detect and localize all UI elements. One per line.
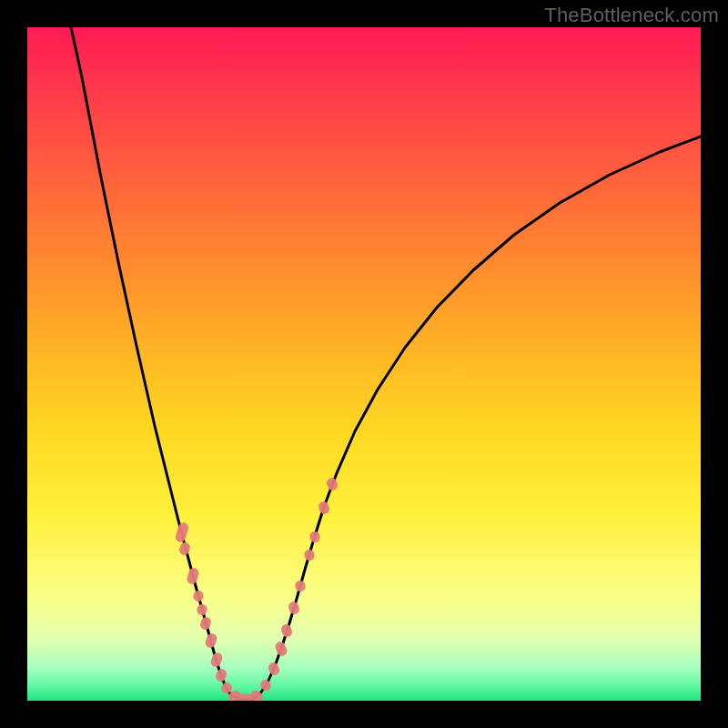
data-marker [274, 641, 288, 658]
bottleneck-curve [71, 27, 701, 700]
data-marker [196, 603, 208, 617]
plot-area [27, 27, 701, 701]
data-marker [279, 623, 293, 639]
data-marker [214, 667, 228, 682]
data-marker [186, 567, 200, 585]
data-marker [317, 500, 330, 516]
curve-right [246, 136, 701, 700]
data-marker [178, 541, 192, 557]
data-marker [199, 616, 213, 632]
watermark-text: TheBottleneck.com [544, 4, 719, 27]
data-marker [288, 601, 301, 616]
data-marker [204, 632, 218, 650]
chart-frame [27, 27, 701, 701]
data-markers [175, 476, 339, 701]
data-marker [325, 476, 339, 491]
curve-left [71, 27, 246, 700]
data-marker [267, 661, 281, 676]
data-marker [294, 580, 307, 593]
data-marker [192, 590, 205, 603]
data-marker [175, 521, 190, 543]
data-marker [209, 652, 224, 669]
data-marker [308, 531, 321, 544]
curve-overlay [27, 27, 701, 701]
data-marker [303, 549, 316, 562]
